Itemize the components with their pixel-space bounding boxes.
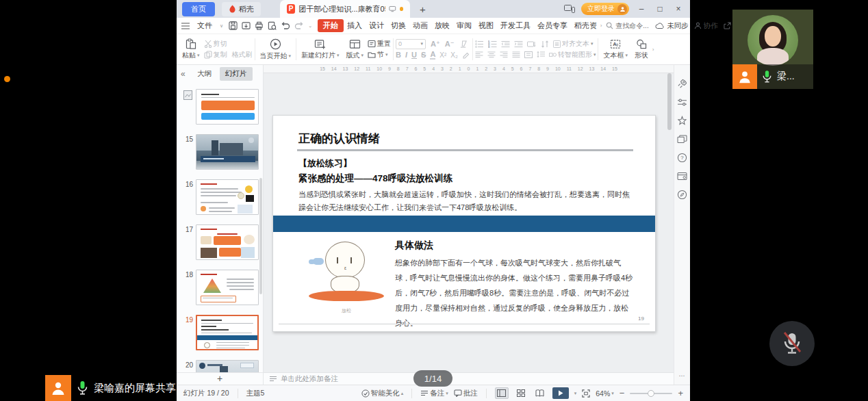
- play-options-caret-icon[interactable]: ▾: [574, 391, 577, 396]
- tab-outline[interactable]: 大纲: [192, 67, 217, 81]
- decrease-indent-icon[interactable]: [501, 40, 510, 48]
- menu-tab-developer[interactable]: 开发工具: [497, 19, 534, 32]
- sort-icon[interactable]: [541, 40, 549, 48]
- document-tab[interactable]: P 团干部心理知识...康教育0504: [280, 0, 410, 18]
- device-sync-icon[interactable]: [564, 5, 575, 13]
- menu-tab-view[interactable]: 视图: [475, 19, 497, 32]
- clear-format-icon[interactable]: [459, 40, 468, 48]
- format-painter-button[interactable]: 格式刷: [232, 50, 253, 60]
- slideshow-play-button[interactable]: [552, 387, 569, 399]
- notes-toggle-button[interactable]: 备注▾: [420, 389, 448, 398]
- theme-name[interactable]: 主题5: [246, 389, 265, 398]
- play-from-current-button[interactable]: 当页开始▾: [257, 36, 294, 62]
- italic-button[interactable]: I: [405, 51, 407, 59]
- smart-beautify-button[interactable]: 智能美化▴: [361, 389, 404, 398]
- menu-tab-review[interactable]: 审阅: [453, 19, 475, 32]
- card-settings-icon[interactable]: [677, 172, 687, 181]
- align-right-icon[interactable]: [500, 51, 508, 58]
- bold-button[interactable]: B: [396, 51, 401, 59]
- menu-tab-docer-resources[interactable]: 稻壳资: [571, 19, 600, 32]
- underline-button[interactable]: U: [411, 51, 417, 59]
- slide-thumbnail-17[interactable]: 17: [177, 224, 264, 263]
- numbered-list-icon[interactable]: 123: [488, 40, 497, 48]
- file-menu[interactable]: 文件: [194, 19, 216, 32]
- save-icon[interactable]: [229, 21, 238, 30]
- collaborate-button[interactable]: 协作: [694, 21, 718, 31]
- align-center-icon[interactable]: [487, 51, 496, 58]
- zoom-out-button[interactable]: −: [620, 388, 625, 398]
- duplicate-slide-icon[interactable]: [677, 135, 687, 144]
- slide-thumbnail-18[interactable]: 18: [177, 270, 264, 308]
- fit-slide-icon[interactable]: [582, 389, 590, 398]
- print-icon[interactable]: [255, 21, 264, 30]
- line-spacing-icon[interactable]: [537, 51, 545, 58]
- command-search-input[interactable]: [615, 22, 655, 29]
- output-icon[interactable]: [242, 21, 251, 30]
- tabs-expander-icon[interactable]: ›: [600, 23, 602, 28]
- settings-sliders-icon[interactable]: [677, 98, 687, 107]
- highlight-pen-icon[interactable]: [462, 51, 470, 59]
- shrink-font-button[interactable]: A⁻: [445, 40, 455, 49]
- hamburger-icon[interactable]: [181, 23, 190, 29]
- close-button[interactable]: ×: [672, 4, 685, 14]
- menu-tab-slideshow[interactable]: 放映: [431, 19, 453, 32]
- magic-star-icon[interactable]: [677, 116, 687, 126]
- slide-layout-button[interactable]: 版式▾: [344, 36, 367, 62]
- slide-canvas[interactable]: 正确的认识情绪 【放松练习】 紧张感的处理——478呼吸法放松训练 当感到恐惧或…: [272, 115, 656, 332]
- print-preview-icon[interactable]: [268, 21, 277, 30]
- slide-thumbnail-15[interactable]: 15: [177, 134, 264, 172]
- redo-icon[interactable]: [294, 22, 304, 30]
- participant-video-tile[interactable]: 梁...: [732, 10, 813, 89]
- menu-tab-insert[interactable]: 插入: [344, 19, 366, 32]
- slide-thumbnail-19-selected[interactable]: 19: [177, 315, 264, 353]
- menu-tab-transition[interactable]: 切换: [387, 19, 409, 32]
- microphone-mute-button[interactable]: [769, 321, 815, 366]
- copy-button[interactable]: 复制: [204, 50, 227, 60]
- sync-status[interactable]: 未同步: [655, 21, 689, 31]
- subscript-button[interactable]: X₂: [450, 51, 458, 59]
- zoom-slider-knob[interactable]: [648, 390, 654, 397]
- docer-tab[interactable]: 稻壳: [222, 2, 261, 16]
- ribbon-expander-icon[interactable]: ›: [652, 47, 654, 52]
- annotation-dot[interactable]: [4, 76, 10, 82]
- editor-scrollbar[interactable]: [667, 73, 672, 130]
- strikethrough-button[interactable]: S: [421, 51, 426, 59]
- distribute-icon[interactable]: [524, 51, 533, 58]
- undo-icon[interactable]: [281, 22, 290, 30]
- collapse-panel-button[interactable]: «: [181, 69, 186, 79]
- compass-icon[interactable]: [677, 190, 687, 200]
- font-size-select[interactable]: 0▾: [396, 39, 426, 49]
- reset-slide-button[interactable]: 重置: [368, 38, 391, 49]
- slide-sorter-view-button[interactable]: [514, 387, 528, 399]
- slide-thumbnail-16[interactable]: 16: [177, 179, 264, 218]
- quick-access-caret-icon[interactable]: ⌄: [308, 23, 312, 29]
- align-text-button[interactable]: 对齐文本▾: [553, 39, 593, 49]
- menu-tab-animation[interactable]: 动画: [409, 19, 431, 32]
- comments-button[interactable]: 批注: [454, 389, 478, 398]
- zoom-slider[interactable]: [630, 393, 672, 394]
- justify-icon[interactable]: [512, 51, 520, 58]
- text-direction-icon[interactable]: [527, 40, 537, 48]
- normal-view-button[interactable]: [495, 387, 509, 399]
- menu-tab-home[interactable]: 开始: [318, 19, 344, 32]
- new-slide-button[interactable]: 新建幻灯片▾: [298, 36, 342, 62]
- tab-slides[interactable]: 幻灯片: [220, 67, 253, 81]
- maximize-button[interactable]: □: [654, 4, 666, 14]
- zoom-level[interactable]: 64%▾: [596, 389, 614, 398]
- zoom-in-button[interactable]: +: [678, 388, 683, 398]
- strip-more-icon[interactable]: ⋯: [679, 372, 686, 379]
- slide-thumbnail-14[interactable]: [177, 89, 264, 127]
- cut-button[interactable]: 剪切: [204, 38, 253, 49]
- smart-graphic-button[interactable]: 转智能图形▾: [549, 50, 596, 60]
- grow-font-button[interactable]: A⁺: [431, 40, 440, 49]
- bullet-list-icon[interactable]: [475, 40, 484, 48]
- shape-button[interactable]: 形状: [632, 36, 651, 62]
- text-box-button[interactable]: A 文本框▾: [600, 36, 630, 62]
- help-icon[interactable]: ?: [677, 153, 687, 163]
- minimize-button[interactable]: –: [635, 4, 648, 14]
- command-search[interactable]: [606, 22, 655, 29]
- add-slide-button[interactable]: +: [177, 372, 263, 385]
- menu-tab-design[interactable]: 设计: [366, 19, 387, 32]
- rocket-icon[interactable]: [677, 79, 687, 89]
- menu-tab-member[interactable]: 会员专享: [534, 19, 571, 32]
